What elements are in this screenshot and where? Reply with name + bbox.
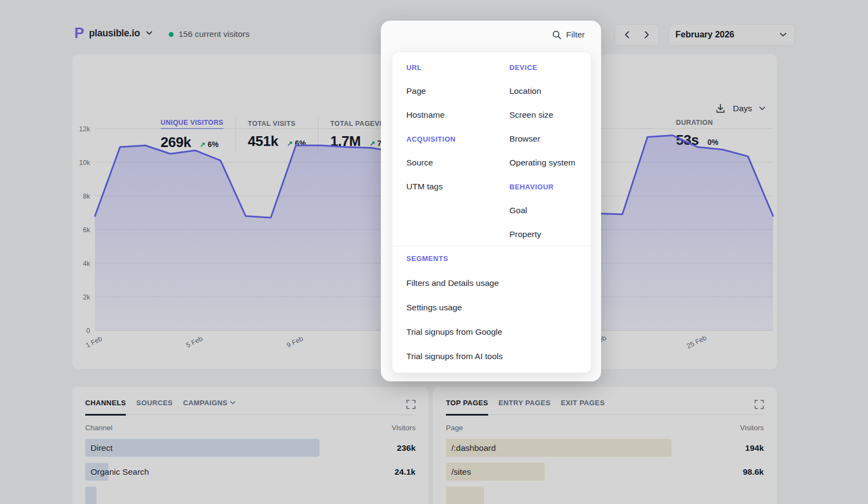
filter-item-utm-tags[interactable]: UTM tags [406, 175, 499, 199]
segment-item-filters-and-details-usage[interactable]: Filters and Details usage [406, 271, 580, 295]
filter-item-operating-system[interactable]: Operating system [509, 151, 591, 175]
segments-heading: SEGMENTS [406, 246, 580, 271]
filter-button[interactable]: Filter [552, 30, 585, 40]
filter-item-browser[interactable]: Browser [509, 127, 591, 151]
filter-menu-column-right: DEVICELocationScreen sizeBrowserOperatin… [509, 55, 591, 246]
filter-item-page[interactable]: Page [406, 79, 499, 103]
segment-item-settings-usage[interactable]: Settings usage [406, 295, 580, 320]
filter-group-url: URL [406, 55, 499, 79]
filter-group-behaviour: BEHAVIOUR [509, 175, 591, 199]
search-icon [552, 30, 561, 40]
filter-item-goal[interactable]: Goal [509, 199, 591, 222]
filter-popover: Filter URLPageHostnameACQUISITIONSourceU… [381, 21, 601, 381]
filter-item-hostname[interactable]: Hostname [406, 103, 499, 127]
plausible-dashboard: { "header": { "site_name": "plausible.io… [0, 0, 868, 504]
filter-button-label: Filter [566, 30, 585, 40]
filter-item-property[interactable]: Property [509, 222, 591, 246]
filter-menu: URLPageHostnameACQUISITIONSourceUTM tags… [392, 52, 591, 373]
filter-item-source[interactable]: Source [406, 151, 499, 175]
segment-item-trial-signups-from-ai-tools[interactable]: Trial signups from AI tools [406, 344, 580, 368]
segment-item-trial-signups-from-google[interactable]: Trial signups from Google [406, 320, 580, 344]
filter-item-screen-size[interactable]: Screen size [509, 103, 591, 127]
filter-group-device: DEVICE [509, 55, 591, 79]
filter-menu-column-left: URLPageHostnameACQUISITIONSourceUTM tags [406, 55, 499, 199]
filter-item-location[interactable]: Location [509, 79, 591, 103]
filter-group-acquisition: ACQUISITION [406, 127, 499, 151]
segments-section: SEGMENTSFilters and Details usageSetting… [406, 246, 580, 368]
